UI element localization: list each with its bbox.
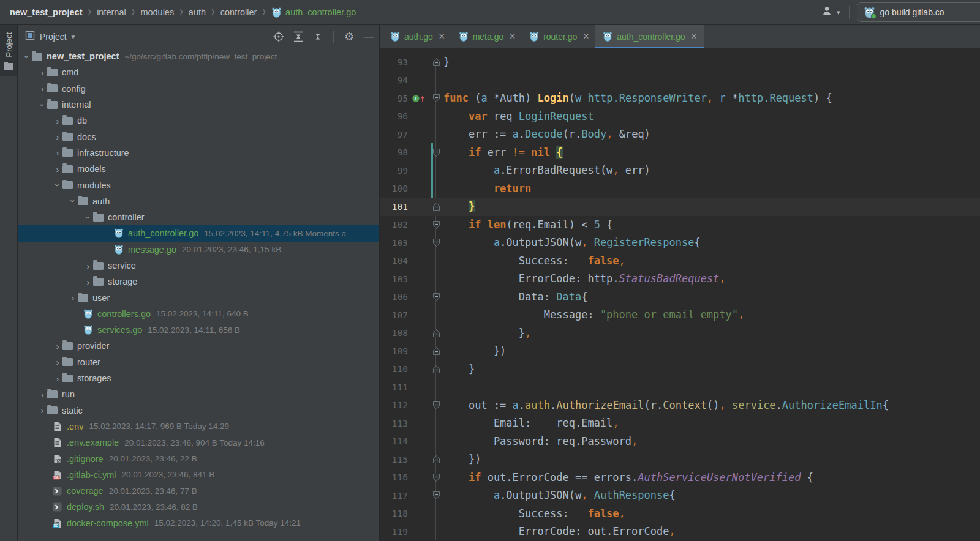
tree-row[interactable]: ›docs [18, 129, 379, 144]
tree-row[interactable]: ›auth [18, 193, 379, 209]
chevron-expanded-icon[interactable]: › [68, 196, 78, 206]
code-line[interactable]: 101 } [380, 198, 980, 216]
tab-close-icon[interactable]: ✕ [581, 32, 589, 41]
code-line[interactable]: 114 Password: req.Password, [380, 433, 980, 451]
fold-marker-icon[interactable] [432, 455, 440, 464]
tree-row[interactable]: ›infrastructure [18, 145, 379, 161]
chevron-collapsed-icon[interactable]: › [53, 132, 62, 142]
hide-panel-icon[interactable]: — [363, 31, 374, 42]
fold-marker-icon[interactable] [432, 346, 440, 356]
implements-method-icon[interactable]: I [412, 94, 426, 103]
tree-row[interactable]: auth_controller.go15.02.2023, 14:11, 4,7… [18, 225, 379, 241]
code-line[interactable]: 107 Message: "phone or email empty", [380, 306, 980, 324]
code-line[interactable]: 105 ErrorCode: http.StatusBadRequest, [380, 270, 980, 288]
breadcrumb-item[interactable]: modules [140, 7, 174, 17]
tree-row[interactable]: ›service [18, 258, 379, 274]
tree-row[interactable]: message.go20.01.2023, 23:46, 1,15 kB [18, 242, 379, 258]
chevron-collapsed-icon[interactable]: › [53, 164, 62, 174]
code-text[interactable]: Email: req.Email, [443, 414, 619, 433]
breadcrumb-item[interactable]: controller [221, 7, 257, 17]
collapse-all-icon[interactable] [312, 31, 323, 42]
expand-all-icon[interactable] [293, 31, 304, 42]
code-text[interactable]: } [443, 198, 475, 216]
chevron-collapsed-icon[interactable]: › [53, 116, 62, 126]
code-text[interactable]: func (a *Auth) Login(w http.ResponseWrit… [443, 89, 832, 108]
code-text[interactable]: }) [443, 342, 506, 360]
stripe-button-project[interactable]: Project [0, 25, 17, 76]
code-text[interactable]: Message: "phone or email empty", [443, 306, 744, 324]
code-line[interactable]: 98 if err != nil { [380, 144, 980, 162]
chevron-collapsed-icon[interactable]: › [37, 83, 47, 94]
run-configuration-selector[interactable]: go build gitlab.co [857, 2, 980, 22]
chevron-collapsed-icon[interactable]: › [83, 261, 93, 271]
fold-marker-icon[interactable] [432, 473, 440, 482]
chevron-expanded-icon[interactable]: › [37, 100, 48, 110]
tree-row[interactable]: ›db [18, 113, 379, 129]
locate-file-icon[interactable] [273, 31, 284, 42]
code-line[interactable]: 119 ErrorCode: out.ErrorCode, [380, 523, 980, 541]
chevron-collapsed-icon[interactable]: › [53, 357, 62, 367]
code-line[interactable]: 117 a.OutputJSON(w, AuthResponse{ [380, 487, 980, 505]
tree-row[interactable]: ›provider [18, 338, 379, 354]
code-line[interactable]: 100 return [380, 180, 980, 198]
fold-marker-icon[interactable] [432, 329, 440, 338]
code-line[interactable]: 94 [380, 72, 980, 90]
fold-marker-icon[interactable] [432, 365, 440, 374]
code-line[interactable]: 104 Success: false, [380, 252, 980, 270]
breadcrumb-current-file[interactable]: auth_controller.go [271, 7, 356, 18]
editor-tab-meta.go[interactable]: meta.go✕ [451, 25, 522, 48]
code-text[interactable]: err := a.Decode(r.Body, &req) [443, 125, 650, 144]
fold-marker-icon[interactable] [432, 58, 440, 67]
code-line[interactable]: 110 } [380, 360, 980, 379]
code-text[interactable]: ErrorCode: http.StatusBadRequest, [443, 270, 726, 288]
code-line[interactable]: 102 if len(req.Email) < 5 { [380, 216, 980, 234]
chevron-collapsed-icon[interactable]: › [37, 67, 47, 78]
code-text[interactable]: out := a.auth.AuthorizeEmail(r.Context()… [443, 397, 889, 415]
chevron-expanded-icon[interactable]: › [53, 181, 63, 190]
code-line[interactable]: 96 var req LoginRequest [380, 108, 980, 126]
tab-close-icon[interactable]: ✕ [437, 32, 445, 41]
tree-row[interactable]: ›models [18, 161, 379, 177]
fold-marker-icon[interactable] [432, 293, 440, 302]
code-line[interactable]: 97 err := a.Decode(r.Body, &req) [380, 125, 980, 144]
code-text[interactable]: if out.ErrorCode == errors.AuthServiceUs… [443, 469, 813, 487]
breadcrumb-item[interactable]: internal [97, 7, 126, 17]
chevron-expanded-icon[interactable]: › [83, 212, 94, 222]
code-line[interactable]: 118 Success: false, [380, 505, 980, 523]
chevron-collapsed-icon[interactable]: › [53, 147, 62, 158]
breadcrumb-item[interactable]: new_test_project [10, 7, 82, 17]
code-text[interactable]: a.OutputJSON(w, AuthResponse{ [443, 487, 676, 505]
code-line[interactable]: 111 [380, 378, 980, 397]
code-text[interactable]: Success: false, [443, 252, 625, 270]
code-text[interactable]: } [443, 360, 475, 379]
tree-row[interactable]: ›modules [18, 177, 379, 193]
code-text[interactable]: return [443, 180, 531, 198]
code-text[interactable]: Password: req.Password, [443, 433, 638, 451]
tree-row[interactable]: ›config [18, 81, 379, 97]
code-text[interactable]: Success: false, [443, 505, 625, 523]
code-line[interactable]: 112 out := a.auth.AuthorizeEmail(r.Conte… [380, 397, 980, 415]
tree-row[interactable]: ›new_test_project~/go/src/gitlab.com/ptf… [18, 48, 379, 64]
chevron-collapsed-icon[interactable]: › [53, 341, 62, 351]
tree-row[interactable]: services.go15.02.2023, 14:11, 656 B [18, 322, 379, 338]
tree-row[interactable]: ›storages [18, 370, 379, 386]
tree-row[interactable]: ›user [18, 289, 379, 305]
code-text[interactable]: } [443, 53, 450, 72]
fold-marker-icon[interactable] [432, 148, 440, 157]
code-line[interactable]: 95Ifunc (a *Auth) Login(w http.ResponseW… [380, 89, 980, 108]
code-line[interactable]: 115 }) [380, 450, 980, 469]
code-text[interactable]: }, [443, 324, 531, 343]
tree-row[interactable]: controllers.go15.02.2023, 14:11, 640 B [18, 306, 379, 322]
fold-marker-icon[interactable] [432, 491, 440, 500]
editor-tab-router.go[interactable]: router.go✕ [522, 25, 595, 48]
tree-row[interactable]: ›cmd [18, 64, 379, 80]
tree-row[interactable]: .env15.02.2023, 14:17, 969 B Today 14:29 [18, 419, 379, 435]
fold-marker-icon[interactable] [432, 94, 440, 103]
breadcrumb-item[interactable]: auth [189, 7, 206, 17]
code-line[interactable]: 116 if out.ErrorCode == errors.AuthServi… [380, 469, 980, 487]
chevron-down-icon[interactable]: ▼ [70, 34, 77, 40]
tree-row[interactable]: ›router [18, 354, 379, 370]
code-text[interactable]: a.ErrorBadRequest(w, err) [443, 162, 650, 180]
tree-row[interactable]: deploy.sh20.01.2023, 23:46, 82 B [18, 499, 379, 515]
code-line[interactable]: 108 }, [380, 324, 980, 343]
